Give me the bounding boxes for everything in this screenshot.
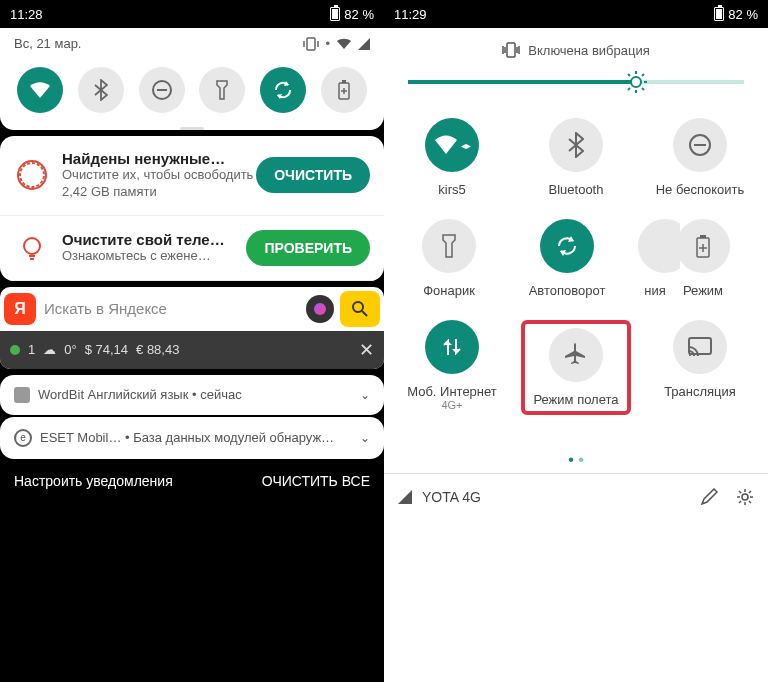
svg-point-6 [24,238,40,254]
page-indicator[interactable]: • • [384,447,768,473]
battery-plus-icon [695,233,711,259]
signal-icon [398,490,412,504]
clear-all-button[interactable]: ОЧИСТИТЬ ВСЕ [262,473,370,489]
wifi-icon [28,80,52,100]
svg-rect-0 [307,38,315,50]
rotate-icon [554,233,580,259]
svg-line-8 [362,311,367,316]
vibration-status[interactable]: Включена вибрация [384,28,768,72]
status-time: 11:29 [394,7,427,22]
autorotate-tile[interactable]: Автоповорот [512,219,622,298]
settings-link[interactable]: Настроить уведомления [14,473,173,489]
wifi-toggle[interactable] [17,67,63,113]
status-bar: 11:29 82 % [384,0,768,28]
svg-point-10 [631,77,641,87]
svg-point-24 [742,494,748,500]
carrier-name: YOTA 4G [422,489,481,505]
flashlight-toggle[interactable] [199,67,245,113]
edit-icon[interactable] [700,488,718,506]
search-icon [351,300,369,318]
notif-title: Очистите свой теле… [62,231,246,248]
cast-icon [687,336,713,358]
vibrate-icon [303,37,319,51]
notification-actions: Настроить уведомления ОЧИСТИТЬ ВСЕ [0,459,384,503]
battery-saver-tile[interactable]: Режим [648,219,758,298]
airplane-icon [563,342,589,368]
bluetooth-icon [94,79,108,101]
cloud-icon: ☁ [43,342,56,357]
eset-notification[interactable]: e ESET Mobil… • База данных модулей обна… [0,417,384,459]
rotate-icon [272,79,294,101]
chevron-down-icon[interactable]: ⌄ [360,431,370,445]
search-placeholder[interactable]: Искать в Яндексе [44,300,300,317]
notif-subtitle: Очистите их, чтобы освободить 2,42 GB па… [62,167,256,201]
svg-point-5 [18,161,46,189]
dnd-tile[interactable]: Не беспокоить [645,118,755,197]
chevron-down-icon[interactable]: ⌄ [360,388,370,402]
battery-plus-icon [337,79,351,101]
dnd-icon [151,79,173,101]
flashlight-tile[interactable]: Фонарик [394,219,504,298]
cast-tile[interactable]: Трансляция [645,320,755,415]
battery-icon [330,7,340,21]
svg-line-17 [628,88,630,90]
bluetooth-toggle[interactable] [78,67,124,113]
data-icon [442,335,462,359]
battery-saver-toggle[interactable] [321,67,367,113]
svg-rect-22 [700,235,706,238]
eset-icon: e [14,429,32,447]
brightness-slider[interactable] [408,80,744,84]
cleanup-icon [14,157,50,193]
yandex-widget: Я Искать в Яндексе 1 ☁ 0° $ 74,14 € 88,4… [0,287,384,369]
app-icon [14,387,30,403]
bulb-icon [14,230,50,266]
bluetooth-tile[interactable]: Bluetooth [521,118,631,197]
notif-subtitle: Ознакомьтесь с ежене… [62,248,246,265]
signal-icon [358,38,370,50]
flashlight-icon [441,233,457,259]
flashlight-icon [215,79,229,101]
brightness-icon[interactable] [624,70,648,94]
battery-pct: 82 % [344,7,374,22]
qs-date: Вс, 21 мар. [14,36,81,51]
svg-line-16 [642,88,644,90]
autorotate-toggle[interactable] [260,67,306,113]
yandex-infobar[interactable]: 1 ☁ 0° $ 74,14 € 88,43 ✕ [0,331,384,369]
cleanup-notification[interactable]: Найдены ненужные… Очистите их, чтобы осв… [0,136,384,216]
svg-rect-9 [507,43,515,57]
notif-title: Найдены ненужные… [62,150,256,167]
svg-line-18 [642,74,644,76]
svg-rect-4 [342,80,346,83]
dnd-icon [687,132,713,158]
alice-icon[interactable] [306,295,334,323]
dnd-toggle[interactable] [139,67,185,113]
battery-icon [714,7,724,21]
svg-point-7 [353,302,363,312]
search-button[interactable] [340,291,380,327]
yandex-search[interactable]: Я Искать в Яндексе [0,287,384,331]
status-icons: • [303,36,370,51]
wifi-icon [336,38,352,50]
battery-pct: 82 % [728,7,758,22]
status-time: 11:28 [10,7,43,22]
gear-icon[interactable] [736,488,754,506]
airplane-mode-tile[interactable]: Режим полета [521,320,631,415]
wifi-icon [433,134,459,156]
status-bar: 11:28 82 % [0,0,384,28]
status-dot-icon [10,345,20,355]
carrier-row: YOTA 4G [384,473,768,520]
wordbit-notification[interactable]: WordBit Английский язык • сейчас ⌄ [0,375,384,415]
panel-handle[interactable] [180,127,204,130]
yandex-logo-icon: Я [4,293,36,325]
qs-panel: Вс, 21 мар. • [0,28,384,130]
close-icon[interactable]: ✕ [359,339,374,361]
svg-line-15 [628,74,630,76]
mobile-data-tile[interactable]: Моб. Интернет 4G+ [397,320,507,415]
clean-button[interactable]: ОЧИСТИТЬ [256,157,370,193]
bluetooth-icon [568,132,584,158]
wifi-tile[interactable]: ◂▸ kirs5 [397,118,507,197]
check-notification[interactable]: Очистите свой теле… Ознакомьтесь с ежене… [0,216,384,281]
check-button[interactable]: ПРОВЕРИТЬ [246,230,370,266]
vibrate-icon [502,42,520,58]
